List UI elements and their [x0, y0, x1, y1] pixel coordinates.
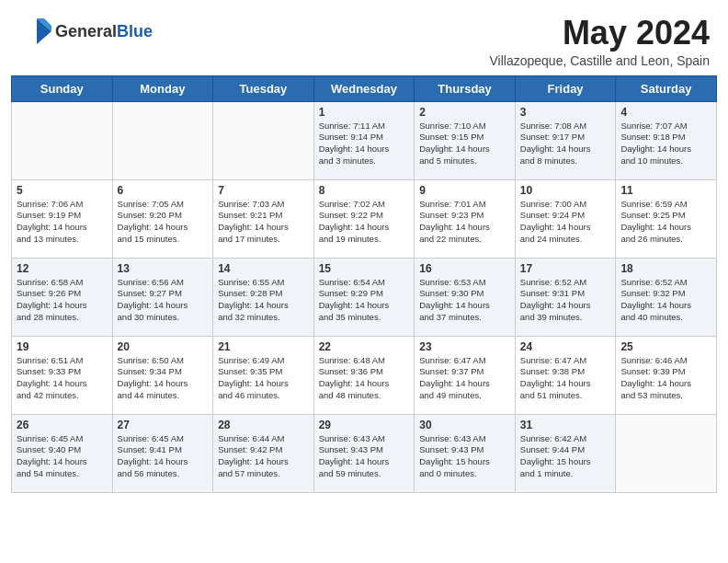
weekday-header-wednesday: Wednesday — [313, 75, 415, 101]
calendar-container: SundayMondayTuesdayWednesdayThursdayFrid… — [0, 75, 728, 504]
calendar-cell: 20Sunrise: 6:50 AMSunset: 9:34 PMDayligh… — [112, 336, 213, 414]
day-number: 6 — [118, 184, 209, 197]
calendar-cell: 5Sunrise: 7:06 AMSunset: 9:19 PMDaylight… — [12, 179, 113, 258]
cell-info: Sunrise: 6:49 AMSunset: 9:35 PMDaylight:… — [218, 355, 309, 402]
day-number: 23 — [419, 340, 510, 353]
cell-info: Sunrise: 6:56 AMSunset: 9:27 PMDaylight:… — [118, 277, 209, 324]
calendar-cell: 26Sunrise: 6:45 AMSunset: 9:40 PMDayligh… — [12, 414, 113, 492]
logo-general: General — [55, 22, 117, 40]
day-number: 28 — [218, 419, 309, 431]
cell-info: Sunrise: 6:46 AMSunset: 9:39 PMDaylight:… — [620, 355, 711, 402]
day-number: 7 — [218, 184, 309, 197]
day-number: 15 — [319, 262, 410, 275]
day-number: 30 — [419, 419, 510, 431]
calendar-cell: 21Sunrise: 6:49 AMSunset: 9:35 PMDayligh… — [213, 336, 314, 414]
cell-info: Sunrise: 6:54 AMSunset: 9:29 PMDaylight:… — [319, 277, 410, 324]
cell-info: Sunrise: 7:05 AMSunset: 9:20 PMDaylight:… — [118, 199, 209, 246]
calendar-cell: 14Sunrise: 6:55 AMSunset: 9:28 PMDayligh… — [213, 258, 314, 336]
logo-icon — [18, 15, 51, 48]
calendar-cell: 24Sunrise: 6:47 AMSunset: 9:38 PMDayligh… — [515, 336, 616, 414]
day-number: 13 — [118, 262, 209, 275]
cell-info: Sunrise: 6:48 AMSunset: 9:36 PMDaylight:… — [319, 355, 410, 402]
title-section: May 2024 Villazopeque, Castille and Leon… — [490, 15, 710, 68]
calendar-cell — [12, 101, 113, 179]
calendar-cell: 7Sunrise: 7:03 AMSunset: 9:21 PMDaylight… — [213, 179, 314, 258]
month-title: May 2024 — [490, 15, 710, 52]
cell-info: Sunrise: 6:47 AMSunset: 9:38 PMDaylight:… — [520, 355, 611, 402]
cell-info: Sunrise: 7:03 AMSunset: 9:21 PMDaylight:… — [218, 199, 309, 246]
day-number: 21 — [218, 340, 309, 353]
calendar-cell: 31Sunrise: 6:42 AMSunset: 9:44 PMDayligh… — [515, 414, 616, 492]
calendar-cell: 16Sunrise: 6:53 AMSunset: 9:30 PMDayligh… — [415, 258, 516, 336]
day-number: 4 — [620, 106, 711, 119]
cell-info: Sunrise: 6:51 AMSunset: 9:33 PMDaylight:… — [17, 355, 108, 402]
cell-info: Sunrise: 6:50 AMSunset: 9:34 PMDaylight:… — [118, 355, 209, 402]
day-number: 20 — [118, 340, 209, 353]
day-number: 11 — [620, 184, 711, 197]
cell-info: Sunrise: 7:07 AMSunset: 9:18 PMDaylight:… — [620, 121, 711, 167]
cell-info: Sunrise: 6:59 AMSunset: 9:25 PMDaylight:… — [620, 199, 711, 246]
cell-info: Sunrise: 7:01 AMSunset: 9:23 PMDaylight:… — [419, 199, 510, 246]
logo: GeneralBlue — [18, 15, 153, 48]
logo-blue: Blue — [117, 22, 153, 40]
day-number: 17 — [520, 262, 611, 275]
calendar-cell: 11Sunrise: 6:59 AMSunset: 9:25 PMDayligh… — [616, 179, 717, 258]
calendar-week-row: 1Sunrise: 7:11 AMSunset: 9:14 PMDaylight… — [12, 101, 717, 179]
day-number: 12 — [17, 262, 108, 275]
day-number: 9 — [419, 184, 510, 197]
cell-info: Sunrise: 7:06 AMSunset: 9:19 PMDaylight:… — [17, 199, 108, 246]
cell-info: Sunrise: 6:43 AMSunset: 9:43 PMDaylight:… — [419, 433, 510, 480]
calendar-cell: 22Sunrise: 6:48 AMSunset: 9:36 PMDayligh… — [313, 336, 415, 414]
day-number: 1 — [319, 106, 410, 119]
day-number: 19 — [17, 340, 108, 353]
calendar-week-row: 5Sunrise: 7:06 AMSunset: 9:19 PMDaylight… — [12, 179, 717, 258]
day-number: 5 — [17, 184, 108, 197]
calendar-cell: 29Sunrise: 6:43 AMSunset: 9:43 PMDayligh… — [313, 414, 415, 492]
weekday-header-monday: Monday — [112, 75, 213, 101]
calendar-table: SundayMondayTuesdayWednesdayThursdayFrid… — [11, 75, 717, 493]
day-number: 16 — [419, 262, 510, 275]
calendar-cell: 18Sunrise: 6:52 AMSunset: 9:32 PMDayligh… — [616, 258, 717, 336]
day-number: 27 — [118, 419, 209, 431]
day-number: 26 — [17, 419, 108, 431]
calendar-cell: 28Sunrise: 6:44 AMSunset: 9:42 PMDayligh… — [213, 414, 314, 492]
header-section: GeneralBlue May 2024 Villazopeque, Casti… — [0, 0, 728, 75]
calendar-cell: 8Sunrise: 7:02 AMSunset: 9:22 PMDaylight… — [313, 179, 415, 258]
weekday-header-saturday: Saturday — [616, 75, 717, 101]
cell-info: Sunrise: 6:58 AMSunset: 9:26 PMDaylight:… — [17, 277, 108, 324]
day-number: 8 — [319, 184, 410, 197]
day-number: 2 — [419, 106, 510, 119]
calendar-cell: 12Sunrise: 6:58 AMSunset: 9:26 PMDayligh… — [12, 258, 113, 336]
day-number: 10 — [520, 184, 611, 197]
day-number: 25 — [620, 340, 711, 353]
day-number: 24 — [520, 340, 611, 353]
calendar-cell — [112, 101, 213, 179]
weekday-header-row: SundayMondayTuesdayWednesdayThursdayFrid… — [12, 75, 717, 101]
cell-info: Sunrise: 7:02 AMSunset: 9:22 PMDaylight:… — [319, 199, 410, 246]
cell-info: Sunrise: 7:11 AMSunset: 9:14 PMDaylight:… — [319, 121, 410, 167]
calendar-cell: 10Sunrise: 7:00 AMSunset: 9:24 PMDayligh… — [515, 179, 616, 258]
weekday-header-friday: Friday — [515, 75, 616, 101]
calendar-week-row: 12Sunrise: 6:58 AMSunset: 9:26 PMDayligh… — [12, 258, 717, 336]
cell-info: Sunrise: 6:55 AMSunset: 9:28 PMDaylight:… — [218, 277, 309, 324]
calendar-cell: 1Sunrise: 7:11 AMSunset: 9:14 PMDaylight… — [313, 101, 415, 179]
calendar-cell: 17Sunrise: 6:52 AMSunset: 9:31 PMDayligh… — [515, 258, 616, 336]
cell-info: Sunrise: 6:52 AMSunset: 9:31 PMDaylight:… — [520, 277, 611, 324]
calendar-cell — [616, 414, 717, 492]
cell-info: Sunrise: 6:44 AMSunset: 9:42 PMDaylight:… — [218, 433, 309, 480]
weekday-header-thursday: Thursday — [415, 75, 516, 101]
calendar-cell: 9Sunrise: 7:01 AMSunset: 9:23 PMDaylight… — [415, 179, 516, 258]
calendar-week-row: 26Sunrise: 6:45 AMSunset: 9:40 PMDayligh… — [12, 414, 717, 492]
cell-info: Sunrise: 7:00 AMSunset: 9:24 PMDaylight:… — [520, 199, 611, 246]
day-number: 31 — [520, 419, 611, 431]
cell-info: Sunrise: 6:52 AMSunset: 9:32 PMDaylight:… — [620, 277, 711, 324]
calendar-cell — [213, 101, 314, 179]
cell-info: Sunrise: 6:45 AMSunset: 9:40 PMDaylight:… — [17, 433, 108, 480]
day-number: 29 — [319, 419, 410, 431]
cell-info: Sunrise: 6:47 AMSunset: 9:37 PMDaylight:… — [419, 355, 510, 402]
cell-info: Sunrise: 6:53 AMSunset: 9:30 PMDaylight:… — [419, 277, 510, 324]
calendar-cell: 6Sunrise: 7:05 AMSunset: 9:20 PMDaylight… — [112, 179, 213, 258]
calendar-cell: 2Sunrise: 7:10 AMSunset: 9:15 PMDaylight… — [415, 101, 516, 179]
calendar-cell: 3Sunrise: 7:08 AMSunset: 9:17 PMDaylight… — [515, 101, 616, 179]
calendar-cell: 25Sunrise: 6:46 AMSunset: 9:39 PMDayligh… — [616, 336, 717, 414]
